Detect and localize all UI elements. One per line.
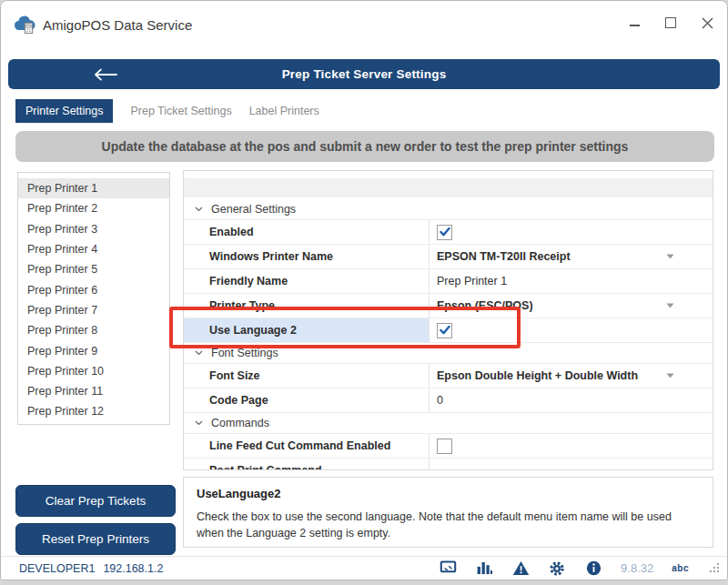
left-arrow-icon (94, 68, 117, 81)
setting-row: Windows Printer NameEPSON TM-T20II Recei… (184, 245, 713, 269)
printer-list-item[interactable]: Prep Printer 12 (18, 401, 169, 421)
app-logo-cloud-icon (13, 15, 38, 38)
help-text: Check the box to use the second language… (197, 509, 700, 541)
setting-label: Printer Type (184, 294, 430, 318)
reset-prep-printers-button[interactable]: Reset Prep Printers (15, 523, 176, 555)
group-label: General Settings (211, 203, 296, 216)
host-name: DEVELOPER1 (19, 562, 95, 575)
checkmark-icon (440, 326, 450, 335)
clear-prep-tickets-button[interactable]: Clear Prep Tickets (15, 485, 176, 517)
dropdown-value: EPSON TM-T20II Receipt (437, 250, 571, 263)
dropdown-value: Epson (ESC/POS) (437, 299, 533, 312)
printer-list-item[interactable]: Prep Printer 1 (18, 178, 169, 198)
setting-row: Printer TypeEpson (ESC/POS) (184, 294, 713, 318)
checkmark-icon (440, 227, 450, 237)
maximize-button[interactable] (663, 15, 678, 30)
dropdown-caret-icon (666, 303, 674, 308)
ip-address: 192.168.1.2 (103, 562, 163, 575)
printer-list-item[interactable]: Prep Printer 3 (18, 219, 169, 239)
abc-spellcheck-icon[interactable]: abc (672, 563, 689, 573)
group-label: Font Settings (211, 347, 278, 359)
setting-row: Code Page0 (184, 388, 713, 413)
dropdown-field[interactable]: EPSON TM-T20II Receipt (430, 245, 713, 268)
setting-help-panel: UseLanguage2 Check the box to use the se… (183, 477, 713, 548)
printer-list-item[interactable]: Prep Printer 11 (18, 381, 169, 401)
close-button[interactable] (700, 15, 714, 30)
group-header-general-settings[interactable]: General Settings (184, 199, 713, 220)
group-header-commands[interactable]: Commands (184, 413, 713, 434)
info-banner: Update the database at the pos and submi… (15, 131, 714, 162)
dropdown-value: Epson Double Height + Double Width (437, 369, 638, 382)
status-bar: DEVELOPER1 192.168.1.2 (1, 556, 727, 580)
app-title: AmigoPOS Data Service (43, 17, 192, 33)
tab-prep-ticket-settings[interactable]: Prep Ticket Settings (130, 105, 231, 117)
group-label: Commands (211, 417, 269, 429)
dropdown-caret-icon (666, 254, 674, 259)
printer-list-item[interactable]: Prep Printer 6 (18, 279, 169, 299)
chevron-down-icon (195, 420, 203, 426)
text-value: 0 (437, 394, 443, 407)
resize-grip[interactable] (709, 560, 720, 577)
text-value: Prep Printer 1 (437, 275, 507, 287)
printer-list-item[interactable]: Prep Printer 5 (18, 259, 169, 279)
checkbox[interactable] (437, 323, 452, 338)
setting-row: Font SizeEpson Double Height + Double Wi… (184, 364, 713, 388)
printer-list-item[interactable]: Prep Printer 10 (18, 361, 169, 381)
setting-label: Code Page (184, 388, 430, 412)
setting-row: Use Language 2 (184, 318, 713, 343)
dropdown-field[interactable]: Epson (ESC/POS) (430, 294, 713, 318)
chevron-down-icon (195, 207, 203, 212)
connection-info: DEVELOPER1 192.168.1.2 (19, 562, 163, 575)
setting-label: Line Feed Cut Command Enabled (184, 434, 430, 458)
info-icon[interactable] (584, 560, 602, 577)
printer-list-item[interactable]: Prep Printer 9 (18, 340, 169, 360)
app-window: AmigoPOS Data Service Prep Ticket Server… (0, 0, 728, 580)
back-button[interactable] (90, 64, 121, 86)
setting-row: Line Feed Cut Command Enabled (184, 434, 713, 459)
alerts-icon[interactable] (511, 560, 530, 577)
tab-strip: Printer SettingsPrep Ticket SettingsLabe… (15, 98, 319, 123)
text-field[interactable] (430, 459, 713, 470)
help-title: UseLanguage2 (197, 487, 700, 500)
setting-label: Use Language 2 (184, 318, 430, 342)
minimize-button[interactable] (627, 15, 642, 30)
settings-gear-icon[interactable] (548, 560, 566, 577)
printer-list-item[interactable]: Prep Printer 7 (18, 300, 169, 320)
dropdown-caret-icon (666, 373, 674, 378)
bar-chart-icon[interactable] (475, 560, 493, 577)
setting-label: Font Size (184, 364, 430, 388)
setting-row: Post Print Command (184, 459, 713, 470)
dropdown-field[interactable]: Epson Double Height + Double Width (430, 364, 713, 388)
page-header: Prep Ticket Server Settings (8, 59, 720, 89)
grid-header-strip (184, 178, 713, 197)
setting-label: Windows Printer Name (184, 245, 430, 268)
checkbox[interactable] (437, 225, 452, 240)
title-bar: AmigoPOS Data Service (1, 1, 727, 52)
tab-label-printers[interactable]: Label Printers (249, 105, 319, 117)
setting-row: Friendly NamePrep Printer 1 (184, 269, 713, 294)
printer-list: Prep Printer 1Prep Printer 2Prep Printer… (17, 172, 170, 425)
settings-grid: General SettingsEnabledWindows Printer N… (183, 170, 713, 470)
printer-list-item[interactable]: Prep Printer 8 (18, 320, 169, 340)
printer-list-item[interactable]: Prep Printer 2 (18, 198, 169, 218)
text-field[interactable]: Prep Printer 1 (430, 269, 713, 293)
setting-label: Post Print Command (184, 459, 430, 470)
chevron-down-icon (195, 350, 203, 356)
display-icon[interactable] (439, 560, 457, 577)
setting-label: Enabled (184, 220, 430, 244)
printer-list-item[interactable]: Prep Printer 4 (18, 239, 169, 259)
setting-label: Friendly Name (184, 269, 430, 293)
group-header-font-settings[interactable]: Font Settings (184, 343, 713, 364)
setting-row: Enabled (184, 220, 713, 245)
checkbox[interactable] (437, 439, 452, 454)
text-field[interactable]: 0 (430, 388, 713, 412)
tab-printer-settings[interactable]: Printer Settings (15, 99, 113, 123)
version-label: 9.8.32 (621, 561, 653, 575)
